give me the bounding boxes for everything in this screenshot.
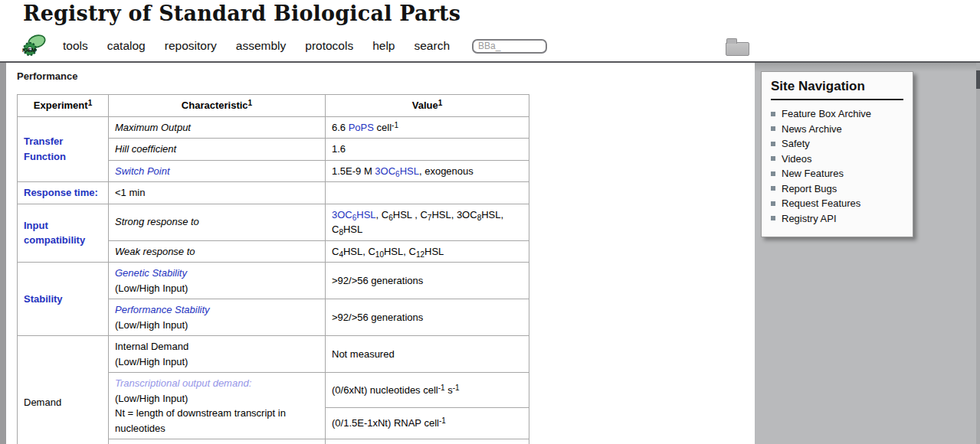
text-run: 1.6 <box>332 143 346 155</box>
text-run: 1 <box>248 99 253 107</box>
square-bullet-icon <box>771 142 775 146</box>
text-run: HSL, C <box>343 246 375 257</box>
table-cell: Weak response to <box>109 240 326 263</box>
table-cell: Strong response to <box>109 204 326 240</box>
igem-logo-graphic: iGEM <box>21 34 48 58</box>
site-navigation-item: Videos <box>771 153 905 165</box>
search-input[interactable] <box>472 39 547 54</box>
table-cell: (0/6xNt) nucleotides cell-1 s-1 <box>326 373 529 408</box>
text-run: Experiment <box>34 100 88 111</box>
nav-item-repository[interactable]: repository <box>165 39 217 52</box>
text-run: Nt = length of downstream transcript in … <box>115 407 286 434</box>
table-cell <box>326 439 529 444</box>
text-run: -1 <box>439 416 446 425</box>
square-bullet-icon <box>771 186 775 191</box>
text-run: Maximum Output <box>115 122 191 133</box>
text-run: (Low/High Input) <box>115 356 188 367</box>
table-cell: Hill coefficient <box>109 139 326 161</box>
link[interactable]: Performance Stability <box>115 304 210 315</box>
link[interactable]: HSL <box>356 209 375 220</box>
link[interactable]: 3OC <box>375 165 395 177</box>
text-run: HSL <box>343 224 362 235</box>
text-run: -1 <box>438 384 445 392</box>
link[interactable]: HSL <box>400 165 419 177</box>
text-run: (Low/High Input) <box>115 393 188 404</box>
nav-item-assembly[interactable]: assembly <box>236 39 286 52</box>
site-navigation-item: New Features <box>771 168 905 179</box>
column-header: Experiment1 <box>18 95 109 117</box>
site-navigation-link[interactable]: Feature Box Archive <box>782 108 871 119</box>
text-run: -1 <box>392 121 398 129</box>
left-gutter <box>0 63 6 444</box>
site-navigation-link[interactable]: Videos <box>782 153 812 165</box>
text-run: (Low/High Input) <box>115 319 188 331</box>
column-header: Characteristic1 <box>109 95 326 117</box>
site-navigation-item: Request Features <box>771 198 905 209</box>
text-run: s <box>445 384 453 396</box>
text-run: >92/>56 generations <box>332 275 423 286</box>
table-cell: Response time: <box>18 182 109 204</box>
table-cell: Not measured <box>326 336 529 373</box>
column-header: Value1 <box>326 95 529 117</box>
table-cell: Switch Point <box>109 160 326 182</box>
square-bullet-icon <box>771 216 775 220</box>
link[interactable]: Transcriptional output demand: <box>115 377 251 389</box>
site-navigation-link[interactable]: Report Bugs <box>782 183 837 194</box>
link[interactable]: Stability <box>24 293 63 305</box>
text-run: >92/>56 generations <box>332 312 423 323</box>
nav-item-help[interactable]: help <box>372 39 395 52</box>
scrollbar-thumb[interactable] <box>976 70 980 89</box>
site-navigation-item: Registry API <box>771 213 905 224</box>
text-run: (Low/High Input) <box>115 282 188 294</box>
table-header-row: Experiment1Characteristic1Value1 <box>18 95 529 117</box>
site-navigation-link[interactable]: Request Features <box>782 198 860 209</box>
square-bullet-icon <box>771 171 775 176</box>
link[interactable]: Input compatibility <box>24 220 85 246</box>
text-run: (0/1.5E-1xNt) RNAP cell <box>332 417 439 429</box>
link[interactable]: PoPS <box>349 122 374 133</box>
page-title: Registry of Standard Biological Parts <box>23 2 461 25</box>
table-cell: Transcriptional output demand:(Low/High … <box>109 373 326 439</box>
link[interactable]: Switch Point <box>115 165 170 177</box>
site-navigation-link[interactable]: Safety <box>782 138 810 149</box>
site-navigation-item: Report Bugs <box>771 183 905 194</box>
table-cell: Demand <box>18 336 109 444</box>
text-run: 1.5E-9 M <box>332 165 375 177</box>
nav-item-search[interactable]: search <box>414 39 450 52</box>
site-navigation-link[interactable]: New Features <box>782 168 844 179</box>
nav-item-catalog[interactable]: catalog <box>107 39 146 52</box>
site-navigation-link[interactable]: Registry API <box>782 213 837 224</box>
site-header: Registry of Standard Biological Parts iG… <box>0 0 980 63</box>
table-cell: Maximum Output <box>109 116 326 139</box>
site-navigation-link[interactable]: News Archive <box>782 123 842 135</box>
nav-item-tools[interactable]: tools <box>63 39 88 52</box>
table-row: StabilityGenetic Stability(Low/High Inpu… <box>18 263 529 299</box>
text-run: Value <box>412 100 438 111</box>
text-run: Hill coefficient <box>115 143 176 155</box>
table-cell: 1.5E-9 M 3OC6HSL, exogenous <box>326 160 529 182</box>
site-navigation-item: Feature Box Archive <box>771 108 905 119</box>
text-run: Not measured <box>332 348 395 360</box>
text-run: C <box>332 246 339 257</box>
main-nav: iGEM toolscatalogrepositoryassemblyproto… <box>21 34 547 58</box>
square-bullet-icon <box>771 201 775 206</box>
text-run: Internal Demand <box>115 341 188 352</box>
link[interactable]: 3OC <box>332 209 352 220</box>
link[interactable]: Transfer Function <box>24 135 66 162</box>
scrollbar-track[interactable] <box>976 63 980 444</box>
table-cell: Transfer Function <box>18 116 109 182</box>
text-run: -1 <box>453 384 460 392</box>
link[interactable]: Response time: <box>24 187 98 198</box>
nav-item-protocols[interactable]: protocols <box>305 39 353 52</box>
igem-logo-icon[interactable]: iGEM <box>21 34 48 58</box>
table-row: Transfer FunctionMaximum Output6.6 PoPS … <box>18 116 529 139</box>
section-heading: Performance <box>17 70 77 82</box>
table-cell <box>326 182 529 204</box>
text-run: Weak response to <box>115 246 195 257</box>
table-cell: Performance Stability(Low/High Input) <box>109 299 326 336</box>
table-row: DemandInternal Demand(Low/High Input)Not… <box>18 336 529 373</box>
link[interactable]: Genetic Stability <box>115 267 187 279</box>
folder-icon[interactable] <box>726 42 749 56</box>
table-cell: Genetic Stability(Low/High Input) <box>109 263 326 299</box>
text-run: cell <box>374 122 392 133</box>
